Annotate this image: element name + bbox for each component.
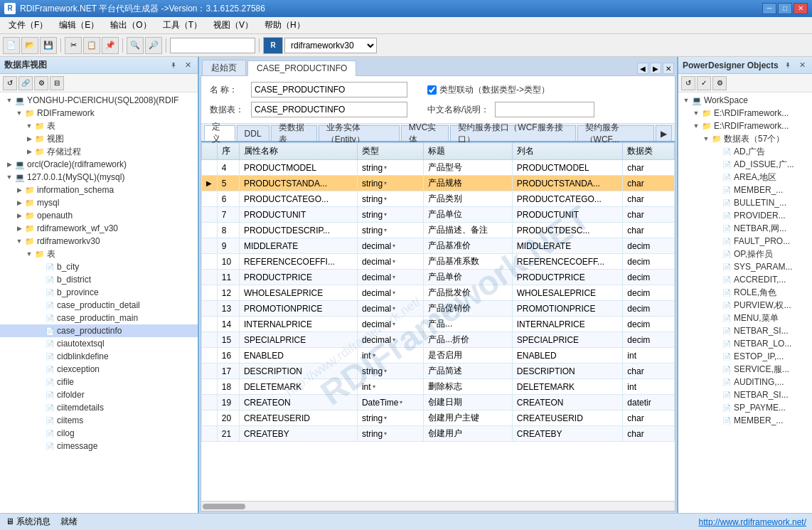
toolbar-btn-rdi-icon[interactable]: R	[263, 37, 283, 54]
cell-type[interactable]: string▾	[357, 223, 423, 238]
tree-expand-icon[interactable]: ▶	[14, 212, 24, 219]
table-row[interactable]: 11PRODUCTPRICEdecimal▾产品单价PRODUCTPRICEde…	[202, 270, 675, 285]
left-tree-node[interactable]: 📄b_city	[0, 260, 198, 273]
left-tree-node[interactable]: 📄b_district	[0, 273, 198, 286]
cell-type-arrow[interactable]: ▾	[392, 336, 395, 343]
right-expand-icon[interactable]: ▼	[691, 110, 701, 117]
toolbar-dropdown[interactable]: rdiframeworkv30	[284, 38, 377, 53]
table-row[interactable]: 15SPECIALPRICEdecimal▾产品...折价SPECIALPRIC…	[202, 332, 675, 348]
right-expand-icon[interactable]: ▼	[681, 97, 691, 104]
sub-tab-mvc[interactable]: MVC实体	[401, 125, 449, 141]
table-row[interactable]: 16ENABLEDint▾是否启用ENABLEDint	[202, 348, 675, 364]
cell-type[interactable]: decimal▾	[357, 238, 423, 254]
sub-tab-more[interactable]: ▶	[656, 125, 672, 141]
cell-type-arrow[interactable]: ▾	[384, 415, 387, 421]
left-tree-node[interactable]: 📄case_productinfo	[0, 324, 198, 337]
cell-type-arrow[interactable]: ▾	[373, 352, 375, 359]
tree-expand-icon[interactable]: ▶	[14, 225, 24, 232]
maximize-button[interactable]: □	[778, 3, 792, 14]
toolbar-btn-save[interactable]: 💾	[40, 37, 57, 54]
table-row[interactable]: 14INTERNALPRICEdecimal▾产品...INTERNALPRIC…	[202, 317, 675, 332]
right-tree-node[interactable]: ▼📁E:\RDIFramework...	[678, 107, 812, 120]
right-tree-node[interactable]: ▼💻WorkSpace	[678, 94, 812, 107]
cell-type-arrow[interactable]: ▾	[373, 383, 375, 390]
tab-home[interactable]: 起始页	[202, 60, 246, 75]
cell-type-arrow[interactable]: ▾	[384, 164, 387, 171]
left-tree-node[interactable]: 📄ciitems	[0, 414, 198, 427]
right-tree-node[interactable]: 📄ACCREDIT,...	[678, 273, 812, 286]
cell-type-arrow[interactable]: ▾	[384, 227, 387, 233]
tree-expand-icon[interactable]: ▼	[24, 250, 34, 258]
table-row[interactable]: 8PRODUCTDESCRIP...string▾产品描述、备注PRODUCTD…	[202, 223, 675, 238]
right-tree-node[interactable]: 📄BULLETIN_...	[678, 196, 812, 209]
scrollbar-thumb[interactable]	[203, 504, 245, 509]
cell-type-arrow[interactable]: ▾	[392, 258, 395, 265]
tree-expand-icon[interactable]: ▶	[4, 161, 14, 168]
tab-close-btn[interactable]: ✕	[663, 63, 674, 74]
right-expand-icon[interactable]: ▼	[701, 135, 711, 142]
right-tree-content[interactable]: ▼💻WorkSpace▼📁E:\RDIFramework...▼📁E:\RDIF…	[678, 92, 812, 513]
tree-btn-connect[interactable]: 🔗	[18, 76, 33, 90]
cell-type[interactable]: DateTime▾	[357, 395, 423, 410]
left-tree-node[interactable]: 📄cifolder	[0, 388, 198, 401]
table-row[interactable]: 9MIDDLERATEdecimal▾产品基准价MIDDLERATEdecim	[202, 238, 675, 254]
right-tree-node[interactable]: 📄SYS_PARAM...	[678, 260, 812, 273]
cell-type[interactable]: string▾	[357, 426, 423, 442]
menu-view[interactable]: 视图（V）	[208, 18, 259, 33]
tree-expand-icon[interactable]: ▶	[14, 199, 24, 206]
left-tree-node[interactable]: ▶📁information_schema	[0, 184, 198, 196]
cell-type-arrow[interactable]: ▾	[392, 274, 395, 280]
left-tree-node[interactable]: 📄ciitemdetails	[0, 401, 198, 414]
toolbar-btn-search1[interactable]: 🔍	[127, 37, 144, 54]
cell-type[interactable]: string▾	[357, 191, 423, 207]
sub-tab-define[interactable]: 定义	[204, 125, 235, 141]
left-tree-node[interactable]: ▼💻127.0.0.1(MySQL)(mysql)	[0, 171, 198, 184]
cell-type-arrow[interactable]: ▾	[392, 321, 395, 327]
right-tree-node[interactable]: 📄MEMBER_...	[678, 414, 812, 427]
toolbar-search-input[interactable]	[170, 38, 255, 53]
right-panel-pin[interactable]: 🖈	[782, 60, 794, 70]
sub-tab-class-table[interactable]: 类数据表	[271, 125, 317, 141]
left-tree-node[interactable]: 📄ciexception	[0, 363, 198, 376]
right-btn-refresh[interactable]: ↺	[681, 76, 695, 90]
right-tree-node[interactable]: 📄FAULT_PRO...	[678, 235, 812, 248]
tree-expand-icon[interactable]: ▼	[24, 122, 34, 129]
tree-btn-settings[interactable]: ⚙	[34, 76, 48, 90]
tab-next-btn[interactable]: ▶	[650, 63, 661, 74]
tree-expand-icon[interactable]: ▶	[14, 186, 24, 194]
left-panel-pin[interactable]: 🖈	[168, 60, 180, 70]
right-tree-node[interactable]: 📄NETBAR_SI...	[678, 388, 812, 401]
cell-type[interactable]: decimal▾	[357, 285, 423, 301]
status-link[interactable]: http://www.rdiframework.net/	[699, 517, 806, 527]
left-tree-node[interactable]: 📄cifile	[0, 376, 198, 388]
table-row[interactable]: 17DESCRIPTIONstring▾产品简述DESCRIPTIONchar	[202, 364, 675, 379]
left-tree-node[interactable]: ▼📁表	[0, 248, 198, 260]
right-btn-ok[interactable]: ✓	[697, 76, 711, 90]
sub-tab-entity[interactable]: 业务实体（Entity）	[319, 125, 400, 141]
menu-edit[interactable]: 编辑（E）	[53, 18, 105, 33]
right-tree-node[interactable]: 📄AUDITING,...	[678, 376, 812, 388]
sub-tab-wcf-service[interactable]: 契约服务（WCF...	[577, 125, 654, 141]
form-cname-input[interactable]	[495, 102, 594, 117]
right-tree-node[interactable]: 📄ROLE,角色	[678, 286, 812, 299]
left-tree-node[interactable]: ▼📁表	[0, 120, 198, 132]
left-tree-node[interactable]: 📄cidblinkdefine	[0, 350, 198, 363]
right-tree-node[interactable]: 📄NETBAR,网...	[678, 222, 812, 235]
right-tree-node[interactable]: 📄PROVIDER...	[678, 209, 812, 222]
left-tree-node[interactable]: ▶📁rdiframework_wf_v30	[0, 222, 198, 235]
cell-type[interactable]: decimal▾	[357, 270, 423, 285]
toolbar-btn-cut[interactable]: ✂	[65, 37, 82, 54]
tree-expand-icon[interactable]: ▼	[14, 110, 24, 117]
left-tree-node[interactable]: ▶📁mysql	[0, 196, 198, 209]
cell-type-arrow[interactable]: ▾	[384, 211, 387, 218]
table-row[interactable]: 21CREATEBYstring▾创建用户CREATEBYchar	[202, 426, 675, 442]
right-tree-node[interactable]: 📄MENU,菜单	[678, 312, 812, 324]
cell-type-arrow[interactable]: ▾	[392, 290, 395, 296]
right-tree-node[interactable]: ▼📁数据表（57个）	[678, 132, 812, 145]
right-tree-node[interactable]: ▼📁E:\RDIFramework...	[678, 120, 812, 132]
table-row[interactable]: 13PROMOTIONPRICEdecimal▾产品促销价PROMOTIONPR…	[202, 301, 675, 317]
right-tree-node[interactable]: 📄PURVIEW,权...	[678, 299, 812, 312]
cell-type-arrow[interactable]: ▾	[384, 430, 387, 437]
right-tree-node[interactable]: 📄MEMBER_...	[678, 184, 812, 196]
cell-type-arrow[interactable]: ▾	[392, 305, 395, 312]
